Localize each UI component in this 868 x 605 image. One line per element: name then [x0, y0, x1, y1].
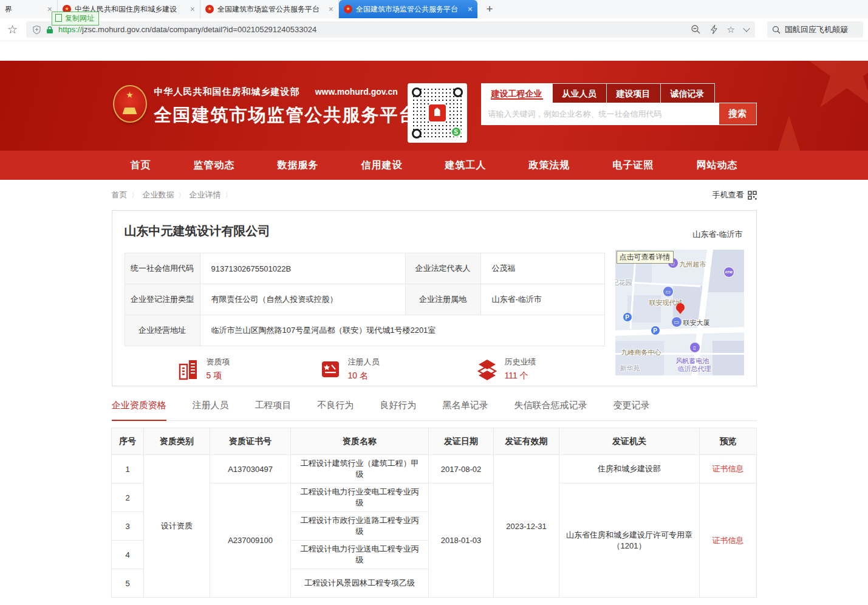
stat-registered-personnel[interactable]: 注册人员 10 名 [319, 357, 380, 381]
field-label: 统一社会信用代码 [125, 253, 200, 284]
nav-item-e-license[interactable]: 电子证照 [613, 159, 654, 172]
field-label: 企业登记注册类型 [125, 284, 200, 315]
qr-code: S [408, 83, 467, 143]
search-tab-project[interactable]: 建设项目 [606, 83, 660, 103]
company-info-table: 统一社会信用代码 91371302675501022B 企业法定代表人 公茂福 … [125, 253, 605, 346]
search-category-tabs: 建设工程企业 从业人员 建设项目 诚信记录 [481, 83, 757, 103]
platform-title: 全国建筑市场监管公共服务平台 [154, 103, 418, 128]
browser-tab-0[interactable]: 界 × [0, 0, 58, 18]
nav-item-home[interactable]: 首页 [131, 159, 151, 172]
site-favicon-icon [344, 5, 352, 13]
qr-center-logo [428, 103, 447, 123]
search-icon [772, 26, 781, 34]
map-road [615, 327, 744, 336]
poi-marker-icon: ▯ [689, 342, 700, 353]
tab-dishonesty-record[interactable]: 失信联合惩戒记录 [514, 400, 587, 420]
company-location-map[interactable]: 点击可查看详情 ◻ 九州超市 ATM 纪花园 ▭ 联安现代城 ▭ 联安大厦 P … [615, 250, 744, 375]
breadcrumb-enterprise-detail[interactable]: 企业详情 [190, 190, 221, 199]
breadcrumb-home[interactable]: 首页 [112, 190, 128, 199]
url-protocol: https:// [58, 25, 82, 34]
col-header: 发证有效期 [494, 428, 559, 455]
row-no: 5 [112, 569, 144, 598]
bookmark-star-icon[interactable]: ☆ [7, 22, 18, 36]
keyword-search-input[interactable] [481, 103, 719, 125]
stat-value: 5 项 [207, 371, 230, 381]
field-label: 企业经营地址 [125, 315, 200, 346]
certificate-info-link[interactable]: 证书信息 [713, 536, 744, 545]
reg-region-value: 山东省-临沂市 [480, 284, 604, 315]
stat-qualifications[interactable]: 资质项 5 项 [177, 357, 230, 381]
qualification-name: 工程设计电力行业变电工程专业丙级 [291, 484, 429, 512]
chevron-down-icon[interactable] [743, 25, 750, 32]
search-tab-personnel[interactable]: 从业人员 [552, 83, 606, 103]
favorite-star-icon[interactable]: ☆ [727, 24, 735, 35]
company-region: 山东省-临沂市 [692, 229, 742, 240]
search-tab-enterprise[interactable]: 建设工程企业 [481, 83, 552, 103]
nav-item-supervision[interactable]: 监管动态 [194, 159, 235, 172]
ministry-site-url: www.mohurd.gov.cn [315, 87, 398, 97]
company-detail-card: 山东中元建筑设计有限公司 山东省-临沂市 统一社会信用代码 9137130267… [112, 210, 757, 386]
nav-item-workers[interactable]: 建筑工人 [445, 159, 487, 172]
search-tab-credit[interactable]: 诚信记录 [660, 83, 715, 103]
tab-bad-behavior[interactable]: 不良行为 [318, 400, 354, 420]
stat-value: 111 个 [505, 371, 536, 381]
breadcrumb-enterprise-data[interactable]: 企业数据 [143, 190, 174, 199]
map-label: 联安大厦 [683, 318, 710, 327]
cert-no: A237009100 [210, 484, 291, 598]
row-no: 2 [112, 484, 144, 512]
col-header: 资质证书号 [210, 428, 291, 455]
nav-item-policy[interactable]: 政策法规 [529, 159, 570, 172]
address-value: 临沂市兰山区陶然路107号星河晶都（联安）现代城1号楼2201室 [200, 315, 604, 346]
tab-projects[interactable]: 工程项目 [255, 400, 292, 420]
site-banner: 中华人民共和国住房和城乡建设部 www.mohurd.gov.cn 全国建筑市场… [0, 61, 868, 151]
toolbar-icons: ☆ [691, 24, 749, 35]
row-no: 1 [112, 455, 144, 484]
qualification-table: 序号 资质类别 资质证书号 资质名称 发证日期 发证有效期 发证机关 预览 1 … [111, 428, 757, 598]
col-header: 发证日期 [429, 428, 494, 455]
zoom-out-icon[interactable] [691, 24, 701, 35]
tab-good-behavior[interactable]: 良好行为 [380, 400, 417, 420]
issuing-authority: 山东省住房和城乡建设厅许可专用章（1201） [559, 484, 700, 598]
new-tab-button[interactable]: + [477, 0, 502, 18]
browser-tab-strip: 界 × 中华人民共和国住房和城乡建设 × 全国建筑市场监管公共服务平台 × 全国… [0, 0, 868, 18]
company-name: 山东中元建筑设计有限公司 [125, 223, 744, 239]
tab-close-icon[interactable]: × [468, 4, 473, 14]
url-bar[interactable]: https://jzsc.mohurd.gov.cn/data/company/… [26, 21, 755, 38]
lightning-icon[interactable] [710, 24, 718, 35]
browser-tab-3-active[interactable]: 全国建筑市场监管公共服务平台 × [339, 0, 477, 18]
issue-date: 2017-08-02 [429, 455, 494, 484]
tab-registered-personnel[interactable]: 注册人员 [193, 400, 229, 420]
atm-marker-icon: ATM [723, 267, 734, 278]
issue-date: 2018-01-03 [429, 484, 494, 598]
map-label: 临沂总代理 [678, 364, 711, 374]
browser-tab-2[interactable]: 全国建筑市场监管公共服务平台 × [200, 0, 339, 18]
table-header-row: 序号 资质类别 资质证书号 资质名称 发证日期 发证有效期 发证机关 预览 [112, 428, 757, 455]
certificate-icon [319, 358, 342, 381]
qualification-name: 工程设计建筑行业（建筑工程）甲级 [291, 455, 429, 484]
tab-title: 全国建筑市场监管公共服务平台 [217, 4, 324, 15]
tab-change-record[interactable]: 变更记录 [613, 400, 650, 420]
map-tooltip: 点击可查看详情 [617, 251, 674, 264]
nav-item-credit[interactable]: 信用建设 [361, 159, 403, 172]
nav-item-data-service[interactable]: 数据服务 [278, 159, 319, 172]
stat-history-performance[interactable]: 历史业绩 111 个 [476, 357, 536, 381]
tab-blacklist[interactable]: 黑名单记录 [443, 400, 488, 420]
tab-close-icon[interactable]: × [329, 4, 333, 14]
map-label: 九峰商务中心 [621, 348, 661, 357]
tab-close-icon[interactable]: × [190, 4, 195, 14]
qr-pattern: S [412, 87, 463, 138]
mobile-view[interactable]: 手机查看 [713, 190, 757, 200]
nav-item-site-news[interactable]: 网站动态 [697, 159, 738, 172]
certificate-info-link[interactable]: 证书信息 [713, 464, 744, 473]
mobile-view-label: 手机查看 [713, 190, 744, 200]
ministry-name: 中华人民共和国住房和城乡建设部 [154, 86, 300, 97]
news-search-box[interactable]: 国航回应飞机颠簸 [767, 21, 863, 38]
tab-title: 界 [5, 4, 43, 15]
location-pin-icon [676, 303, 685, 312]
search-button[interactable]: 搜索 [719, 103, 757, 125]
layers-icon [476, 358, 499, 381]
tab-enterprise-qualification[interactable]: 企业资质资格 [112, 400, 166, 421]
national-emblem-logo [113, 85, 147, 123]
site-favicon-icon [205, 5, 214, 13]
copy-url-label: 复制网址 [65, 13, 94, 24]
